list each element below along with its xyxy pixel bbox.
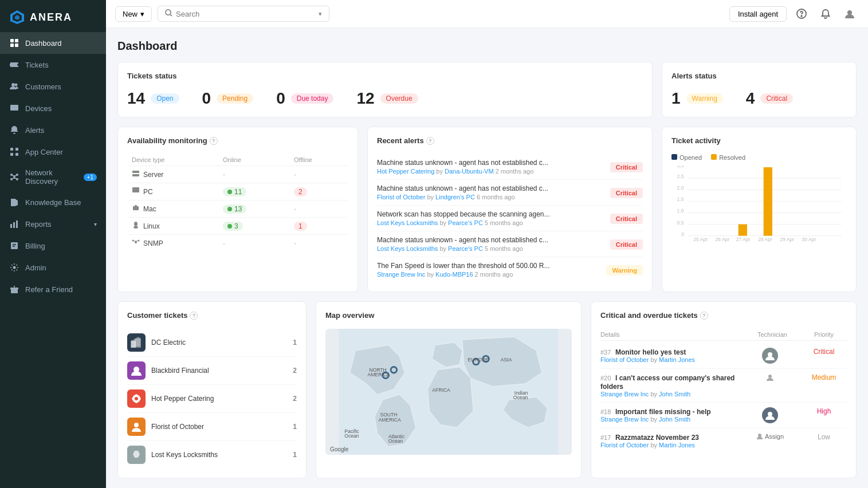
sidebar-item-devices[interactable]: Devices — [0, 97, 106, 119]
sidebar-item-tickets[interactable]: Tickets — [0, 54, 106, 76]
user-avatar[interactable] — [840, 5, 859, 23]
svg-text:27 Apr: 27 Apr — [736, 237, 751, 242]
assign-button[interactable]: Assign — [756, 433, 784, 440]
sidebar-item-admin[interactable]: Admin — [0, 257, 106, 278]
ticket-person-link[interactable]: John Smith — [659, 416, 690, 423]
customer-item[interactable]: DC Electric 1 — [127, 329, 297, 357]
alert-company-link[interactable]: Lost Keys Locksmiths — [377, 219, 438, 226]
snmp-icon — [132, 238, 140, 248]
alert-device-link[interactable]: Dana-Ubuntu-VM — [445, 168, 494, 175]
sidebar-item-reports[interactable]: Reports ▾ — [0, 213, 106, 235]
search-input[interactable] — [176, 10, 315, 18]
book-icon — [9, 197, 19, 207]
ticket-title[interactable]: Monitor hello yes test — [615, 348, 686, 356]
sidebar-item-alerts[interactable]: Alerts — [0, 119, 106, 141]
alert-company-link[interactable]: Hot Pepper Catering — [377, 168, 434, 175]
alert-device-link[interactable]: Lindgren's PC — [435, 194, 475, 200]
sidebar-item-knowledge-base[interactable]: Knowledge Base — [0, 191, 106, 213]
chevron-down-icon: ▾ — [94, 221, 97, 227]
alert-device-link[interactable]: Pearce's PC — [448, 245, 483, 252]
recent-alerts-help-icon[interactable]: ? — [426, 137, 434, 145]
assign-label[interactable]: Assign — [765, 433, 784, 440]
help-button[interactable] — [792, 5, 811, 23]
svg-point-14 — [13, 176, 15, 178]
sidebar-item-dashboard[interactable]: Dashboard ◀ — [0, 32, 106, 54]
customer-tickets-help-icon[interactable]: ? — [190, 312, 198, 320]
sidebar-item-customers[interactable]: Customers — [0, 76, 106, 97]
sidebar-item-label: Admin — [25, 263, 97, 272]
status-warning: 1 Warning — [671, 89, 723, 108]
sidebar-item-app-center[interactable]: App Center — [0, 141, 106, 163]
ticket-title[interactable]: Razzmatazz November 23 — [615, 434, 699, 442]
ticket-title[interactable]: Important files missing - help — [615, 408, 711, 416]
customer-item[interactable]: Hot Pepper Catering 2 — [127, 385, 297, 413]
search-bar[interactable]: ▾ — [158, 6, 329, 22]
alert-company-link[interactable]: Florist of October — [377, 194, 425, 200]
alert-company-link[interactable]: Lost Keys Locksmiths — [377, 245, 438, 252]
install-agent-button[interactable]: Install agent — [729, 6, 787, 22]
svg-text:Ocean: Ocean — [513, 395, 528, 400]
sidebar-item-network-discovery[interactable]: Network Discovery +1 — [0, 163, 106, 191]
mac-icon — [132, 204, 140, 214]
offline-cell: 2 — [289, 183, 348, 200]
svg-rect-69 — [135, 339, 140, 347]
bar-chart: 0 0.5 1.0 1.5 2.0 2.5 3.0 — [671, 166, 847, 246]
notifications-button[interactable] — [816, 5, 835, 23]
sidebar-item-billing[interactable]: Billing — [0, 235, 106, 257]
recent-alerts-title: Recent alerts ? — [377, 136, 434, 145]
ticket-num: #37 — [600, 349, 611, 356]
ticket-company-link[interactable]: Strange Brew Inc — [600, 416, 649, 423]
svg-point-7 — [11, 83, 15, 86]
svg-text:Ocean: Ocean — [344, 433, 359, 439]
svg-rect-10 — [10, 148, 13, 151]
alert-device-link[interactable]: Kudo-MBP16 — [435, 271, 473, 278]
priority-label: High — [817, 407, 831, 415]
world-map-svg: NORTH AMERICA SOUTH AMERICA AFRICA EUROP… — [325, 329, 572, 455]
svg-point-74 — [392, 368, 396, 372]
device-type-cell: PC — [127, 183, 218, 200]
customer-item[interactable]: Florist of October 1 — [127, 413, 297, 441]
critical-tickets-help-icon[interactable]: ? — [700, 312, 708, 320]
ticket-company-link[interactable]: Florist of October — [600, 442, 649, 448]
device-type-label: Server — [143, 171, 163, 179]
critical-ticket-item: #18 Important files missing - help Stran… — [600, 403, 847, 428]
customer-ticket-count: 2 — [293, 395, 297, 403]
new-button[interactable]: New ▾ — [115, 6, 152, 22]
alert-device-link[interactable]: Pearce's PC — [448, 219, 483, 226]
severity-badge: Critical — [610, 188, 643, 198]
svg-text:26 Apr: 26 Apr — [716, 237, 730, 242]
alert-company-link[interactable]: Strange Brew Inc — [377, 271, 425, 278]
customer-item[interactable]: Blackbird Financial 2 — [127, 357, 297, 385]
ticket-person-link[interactable]: John Smith — [659, 391, 690, 398]
svg-rect-6 — [15, 44, 18, 47]
customer-ticket-count: 1 — [293, 423, 297, 431]
page-title: Dashboard — [117, 40, 857, 53]
severity-badge: Critical — [610, 162, 643, 172]
availability-help-icon[interactable]: ? — [210, 137, 218, 145]
svg-rect-24 — [13, 222, 15, 228]
ticket-title[interactable]: I can't access our company's shared fold… — [600, 374, 735, 391]
assign-button[interactable] — [766, 373, 774, 381]
ticket-detail: #37 Monitor hello yes test Florist of Oc… — [600, 348, 739, 363]
customer-avatar — [127, 333, 146, 352]
customer-tickets-title: Customer tickets ? — [127, 311, 198, 320]
recent-alerts-list: Machine status unknown - agent has not e… — [377, 154, 643, 282]
warning-count: 1 — [671, 89, 681, 108]
online-cell: - — [218, 166, 289, 183]
status-due-today: 0 Due today — [276, 89, 333, 108]
ticket-company-link[interactable]: Strange Brew Inc — [600, 391, 649, 398]
customer-ticket-count: 1 — [293, 339, 297, 347]
ticket-person-link[interactable]: Martin Jones — [659, 442, 695, 448]
svg-line-22 — [14, 178, 17, 179]
ticket-person-link[interactable]: Martin Jones — [659, 356, 695, 363]
svg-text:28 Apr: 28 Apr — [758, 237, 772, 242]
offline-cell: - — [289, 235, 348, 252]
device-type-cell: SNMP — [127, 235, 218, 252]
customer-item[interactable]: Lost Keys Locksmiths 1 — [127, 441, 297, 469]
sidebar-item-refer[interactable]: Refer a Friend — [0, 278, 106, 300]
ticket-company-link[interactable]: Florist of October — [600, 356, 649, 363]
logo-text: ANERA — [30, 11, 72, 23]
open-count: 14 — [127, 89, 145, 108]
alert-title: Machine status unknown - agent has not e… — [377, 159, 603, 167]
svg-text:3.0: 3.0 — [677, 166, 684, 168]
